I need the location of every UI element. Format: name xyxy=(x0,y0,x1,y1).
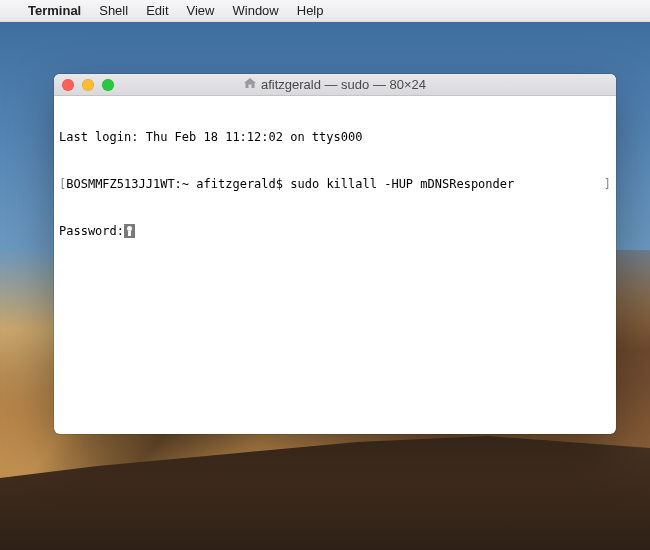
password-line: Password: xyxy=(59,224,611,240)
prompt-symbol: $ xyxy=(276,177,283,191)
app-menu[interactable]: Terminal xyxy=(28,3,81,18)
password-key-icon xyxy=(124,224,135,238)
terminal-content[interactable]: Last login: Thu Feb 18 11:12:02 on ttys0… xyxy=(54,96,616,434)
terminal-window[interactable]: afitzgerald — sudo — 80×24 Last login: T… xyxy=(54,74,616,434)
menu-shell[interactable]: Shell xyxy=(99,3,128,18)
last-login-line: Last login: Thu Feb 18 11:12:02 on ttys0… xyxy=(59,130,611,146)
window-title: afitzgerald — sudo — 80×24 xyxy=(54,77,616,92)
system-menu-bar: Terminal Shell Edit View Window Help xyxy=(0,0,650,22)
hostname: BOSMMFZ513JJ1WT xyxy=(66,177,174,191)
cwd: ~ xyxy=(182,177,189,191)
menu-edit[interactable]: Edit xyxy=(146,3,168,18)
zoom-button[interactable] xyxy=(102,79,114,91)
prompt-line: [BOSMMFZ513JJ1WT:~ afitzgerald$ sudo kil… xyxy=(59,177,611,193)
menu-view[interactable]: View xyxy=(187,3,215,18)
password-prompt: Password: xyxy=(59,224,124,238)
home-folder-icon xyxy=(244,78,256,92)
window-title-text: afitzgerald — sudo — 80×24 xyxy=(261,77,426,92)
close-button[interactable] xyxy=(62,79,74,91)
menu-window[interactable]: Window xyxy=(233,3,279,18)
command-text: sudo killall -HUP mDNSResponder xyxy=(290,177,514,191)
menu-help[interactable]: Help xyxy=(297,3,324,18)
traffic-lights xyxy=(62,79,114,91)
minimize-button[interactable] xyxy=(82,79,94,91)
window-titlebar[interactable]: afitzgerald — sudo — 80×24 xyxy=(54,74,616,96)
user: afitzgerald xyxy=(196,177,275,191)
